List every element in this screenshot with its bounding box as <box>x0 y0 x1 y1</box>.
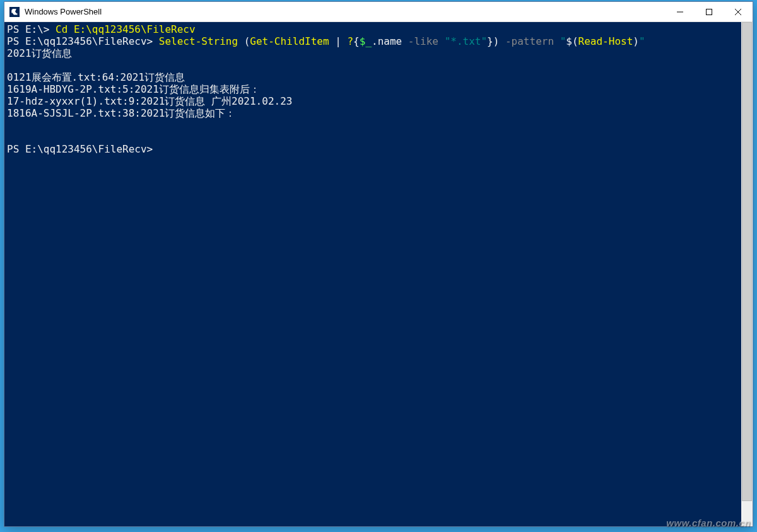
close-icon <box>735 9 741 15</box>
maximize-icon <box>706 9 712 15</box>
close-button[interactable] <box>724 2 753 22</box>
variable: $_ <box>360 35 372 47</box>
watermark: www.cfan.com.cn <box>666 518 751 528</box>
prompt: PS E:\qq123456\FileRecv> <box>7 143 159 155</box>
output-line: 1619A-HBDYG-2P.txt:5:2021订货信息归集表附后： <box>7 83 260 95</box>
operator: ? <box>347 35 353 47</box>
terminal-area: PS E:\> Cd E:\qq123456\FileRecv PS E:\qq… <box>4 22 753 526</box>
window-title: Windows PowerShell <box>25 7 666 16</box>
brace: { <box>353 35 360 47</box>
space <box>554 35 560 47</box>
scrollbar[interactable] <box>741 22 753 526</box>
paren: ) <box>493 35 505 47</box>
space <box>438 35 445 47</box>
command-text: Cd E:\qq123456\FileRecv <box>56 23 196 35</box>
output-line: 1816A-SJSJL-2P.txt:38:2021订货信息如下： <box>7 107 235 119</box>
titlebar[interactable]: >_ Windows PowerShell <box>4 2 753 22</box>
quote: " <box>560 35 566 47</box>
subexpr-close: ) <box>633 35 639 47</box>
cmdlet: Select-String <box>159 35 238 47</box>
powershell-window: >_ Windows PowerShell PS E:\> Cd E:\qq12… <box>4 1 753 527</box>
minimize-button[interactable] <box>666 2 695 22</box>
minimize-icon <box>677 9 683 15</box>
output-line: 17-hdz-xyxxr(1).txt:9:2021订货信息 广州2021.02… <box>7 95 292 107</box>
cmdlet: Get-ChildItem <box>250 35 329 47</box>
brace: } <box>487 35 493 47</box>
prompt: PS E:\qq123456\FileRecv> <box>7 35 159 47</box>
window-controls <box>666 2 753 21</box>
output-line: 0121展会布置.txt:64:2021订货信息 <box>7 71 185 83</box>
operator: -like <box>408 35 438 47</box>
svg-rect-1 <box>707 9 712 15</box>
subexpr: $( <box>566 35 578 47</box>
powershell-icon: >_ <box>9 7 20 17</box>
terminal[interactable]: PS E:\> Cd E:\qq123456\FileRecv PS E:\qq… <box>4 22 741 526</box>
property: .name <box>372 35 408 47</box>
pipe: | <box>329 35 348 47</box>
cmdlet: Read-Host <box>578 35 633 47</box>
input-text: 2021订货信息 <box>7 47 72 59</box>
maximize-button[interactable] <box>695 2 724 22</box>
prompt: PS E:\> <box>7 23 56 35</box>
paren: ( <box>238 35 250 47</box>
parameter: -pattern <box>505 35 554 47</box>
scrollbar-thumb[interactable] <box>742 22 752 501</box>
string-literal: "*.txt" <box>445 35 487 47</box>
quote: " <box>639 35 645 47</box>
